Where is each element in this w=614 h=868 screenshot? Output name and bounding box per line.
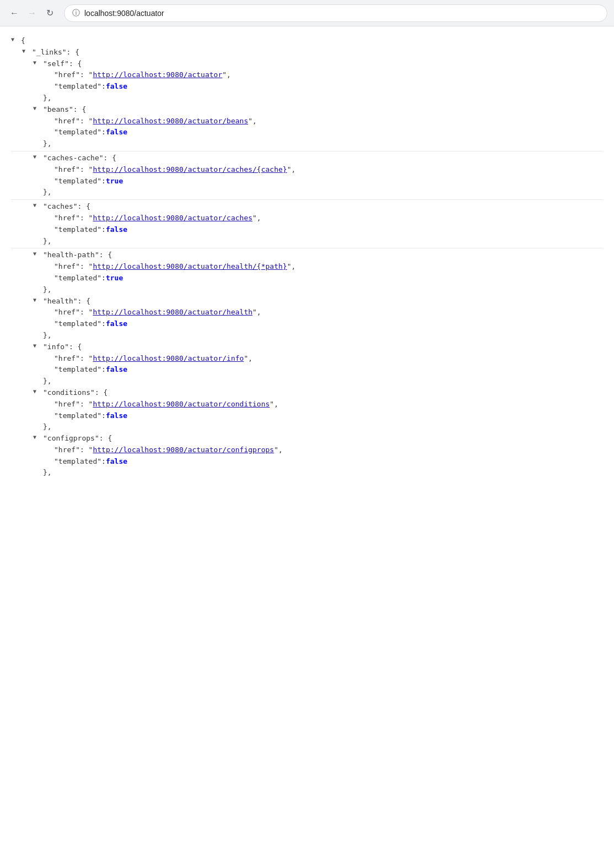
conditions-templated-value: false xyxy=(106,410,127,422)
caches-cache-close-spacer xyxy=(33,187,42,196)
health-close: }, xyxy=(11,330,603,341)
caches-cache-templated-spacer xyxy=(44,176,53,185)
root-open: ▼ { xyxy=(11,35,603,47)
self-templated-line: "templated": false xyxy=(11,81,603,93)
health-path-close: }, xyxy=(11,284,603,296)
reload-button[interactable]: ↻ xyxy=(42,6,57,21)
health-templated-spacer xyxy=(44,318,53,327)
links-toggle[interactable]: ▼ xyxy=(22,47,31,56)
caches-templated-value: false xyxy=(106,224,127,236)
json-viewer: ▼ { ▼ "_links": { ▼ "self": { "href": "h… xyxy=(0,26,614,487)
health-href-line: "href": "http://localhost:9080/actuator/… xyxy=(11,307,603,318)
caches-cache-href-spacer xyxy=(44,164,53,173)
caches-close: }, xyxy=(11,236,603,247)
beans-href-spacer xyxy=(44,116,53,124)
configprops-close-spacer xyxy=(33,467,42,476)
health-path-href-line: "href": "http://localhost:9080/actuator/… xyxy=(11,261,603,273)
caches-cache-href-line: "href": "http://localhost:9080/actuator/… xyxy=(11,164,603,176)
caches-section: ▼ "caches": { "href": "http://localhost:… xyxy=(11,199,603,247)
conditions-href-link[interactable]: http://localhost:9080/actuator/condition… xyxy=(93,399,270,410)
caches-close-spacer xyxy=(33,236,42,245)
root-toggle[interactable]: ▼ xyxy=(11,35,20,44)
health-key-line: ▼ "health": { xyxy=(11,296,603,307)
conditions-templated-spacer xyxy=(44,410,53,419)
configprops-key-line: ▼ "configprops": { xyxy=(11,433,603,444)
conditions-href-line: "href": "http://localhost:9080/actuator/… xyxy=(11,399,603,410)
self-templated-value: false xyxy=(106,81,127,93)
configprops-toggle[interactable]: ▼ xyxy=(33,433,42,442)
configprops-templated-spacer xyxy=(44,456,53,465)
caches-cache-section: ▼ "caches-cache": { "href": "http://loca… xyxy=(11,151,603,198)
health-path-href-link[interactable]: http://localhost:9080/actuator/health/{*… xyxy=(93,261,287,273)
links-key-line: ▼ "_links": { xyxy=(11,47,603,58)
caches-templated-spacer xyxy=(44,224,53,233)
caches-href-spacer xyxy=(44,213,53,221)
health-href-link[interactable]: http://localhost:9080/actuator/health xyxy=(93,307,252,318)
caches-templated-line: "templated": false xyxy=(11,224,603,236)
health-path-href-spacer xyxy=(44,261,53,270)
health-toggle[interactable]: ▼ xyxy=(33,296,42,305)
health-href-spacer xyxy=(44,307,53,316)
caches-cache-templated-line: "templated": true xyxy=(11,176,603,187)
configprops-href-spacer xyxy=(44,444,53,453)
health-path-section: ▼ "health-path": { "href": "http://local… xyxy=(11,248,603,295)
health-path-toggle[interactable]: ▼ xyxy=(33,249,42,258)
forward-button[interactable]: → xyxy=(24,6,40,21)
url-text: localhost:9080/actuator xyxy=(84,9,164,18)
conditions-href-spacer xyxy=(44,399,53,408)
health-path-templated-value: true xyxy=(106,273,123,284)
configprops-close: }, xyxy=(11,467,603,479)
beans-templated-value: false xyxy=(106,127,127,138)
self-close: }, xyxy=(11,93,603,104)
back-button[interactable]: ← xyxy=(7,6,22,21)
caches-key-line: ▼ "caches": { xyxy=(11,201,603,213)
beans-toggle[interactable]: ▼ xyxy=(33,104,42,113)
info-templated-value: false xyxy=(106,364,127,376)
address-bar[interactable]: ⓘ localhost:9080/actuator xyxy=(64,4,607,22)
self-close-spacer xyxy=(33,93,42,101)
beans-close: }, xyxy=(11,138,603,150)
configprops-href-line: "href": "http://localhost:9080/actuator/… xyxy=(11,444,603,456)
health-path-close-spacer xyxy=(33,284,42,293)
conditions-close-spacer xyxy=(33,421,42,430)
caches-cache-href-link[interactable]: http://localhost:9080/actuator/caches/{c… xyxy=(93,164,287,176)
info-href-link[interactable]: http://localhost:9080/actuator/info xyxy=(93,353,244,365)
self-href-spacer xyxy=(44,69,53,78)
self-href-line: "href": "http://localhost:9080/actuator"… xyxy=(11,69,603,81)
info-templated-spacer xyxy=(44,364,53,373)
configprops-templated-value: false xyxy=(106,456,127,468)
caches-cache-close: }, xyxy=(11,187,603,198)
self-href-link[interactable]: http://localhost:9080/actuator xyxy=(93,69,222,81)
health-templated-line: "templated": false xyxy=(11,318,603,330)
conditions-key-line: ▼ "conditions": { xyxy=(11,387,603,399)
conditions-close: }, xyxy=(11,421,603,433)
beans-key-line: ▼ "beans": { xyxy=(11,104,603,116)
configprops-href-link[interactable]: http://localhost:9080/actuator/configpro… xyxy=(93,444,274,456)
health-templated-value: false xyxy=(106,318,127,330)
self-toggle[interactable]: ▼ xyxy=(33,58,42,67)
beans-close-spacer xyxy=(33,138,42,147)
info-close: }, xyxy=(11,376,603,387)
nav-buttons: ← → ↻ xyxy=(7,6,57,21)
caches-cache-templated-value: true xyxy=(106,176,123,187)
conditions-toggle[interactable]: ▼ xyxy=(33,387,42,396)
health-path-key-line: ▼ "health-path": { xyxy=(11,249,603,261)
health-path-templated-spacer xyxy=(44,273,53,281)
health-close-spacer xyxy=(33,330,42,339)
beans-templated-spacer xyxy=(44,127,53,135)
configprops-templated-line: "templated": false xyxy=(11,456,603,468)
info-href-spacer xyxy=(44,353,53,362)
caches-cache-toggle[interactable]: ▼ xyxy=(33,153,42,161)
caches-href-line: "href": "http://localhost:9080/actuator/… xyxy=(11,213,603,224)
self-key-line: ▼ "self": { xyxy=(11,58,603,70)
browser-toolbar: ← → ↻ ⓘ localhost:9080/actuator xyxy=(0,0,614,26)
health-path-templated-line: "templated": true xyxy=(11,273,603,284)
info-icon: ⓘ xyxy=(72,8,80,18)
beans-href-link[interactable]: http://localhost:9080/actuator/beans xyxy=(93,116,248,127)
info-href-line: "href": "http://localhost:9080/actuator/… xyxy=(11,353,603,365)
beans-templated-line: "templated": false xyxy=(11,127,603,138)
caches-href-link[interactable]: http://localhost:9080/actuator/caches xyxy=(93,213,252,224)
caches-toggle[interactable]: ▼ xyxy=(33,201,42,210)
info-toggle[interactable]: ▼ xyxy=(33,341,42,350)
caches-cache-key-line: ▼ "caches-cache": { xyxy=(11,153,603,164)
